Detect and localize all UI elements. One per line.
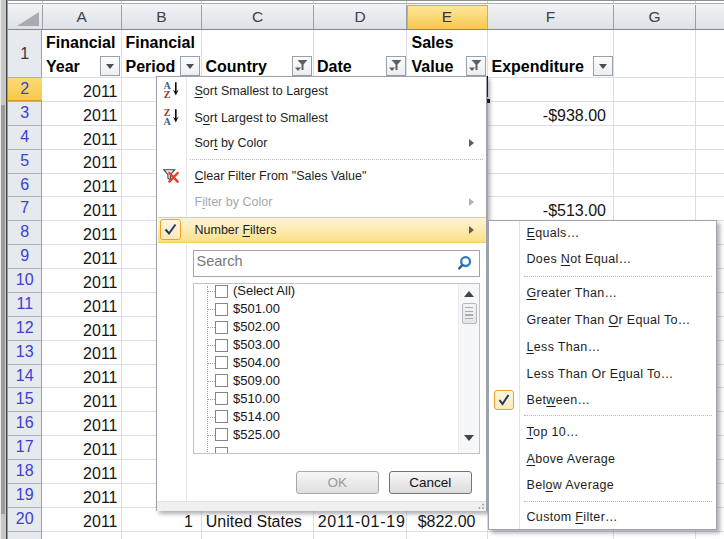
- svg-text:Z: Z: [163, 89, 170, 99]
- svg-text:A: A: [163, 116, 171, 126]
